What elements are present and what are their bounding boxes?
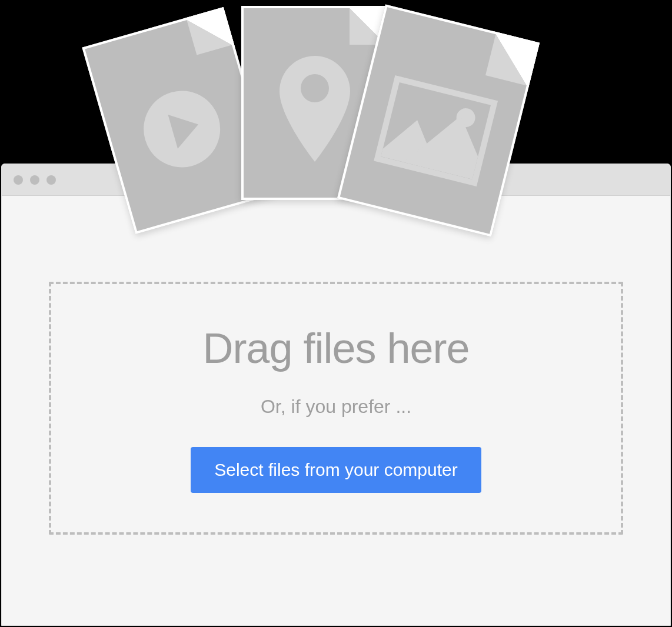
browser-titlebar bbox=[2, 164, 670, 196]
play-icon bbox=[135, 82, 229, 176]
map-pin-icon bbox=[280, 56, 350, 162]
svg-point-0 bbox=[301, 74, 329, 102]
file-dropzone[interactable]: Drag files here Or, if you prefer ... Se… bbox=[49, 282, 623, 535]
window-control-minimize-icon[interactable] bbox=[30, 175, 39, 185]
dropzone-subtitle: Or, if you prefer ... bbox=[261, 396, 411, 418]
select-files-button[interactable]: Select files from your computer bbox=[191, 447, 481, 493]
dropzone-title: Drag files here bbox=[202, 324, 469, 372]
window-control-maximize-icon[interactable] bbox=[46, 175, 56, 185]
window-control-close-icon[interactable] bbox=[14, 175, 23, 185]
browser-window: Drag files here Or, if you prefer ... Se… bbox=[1, 164, 671, 626]
